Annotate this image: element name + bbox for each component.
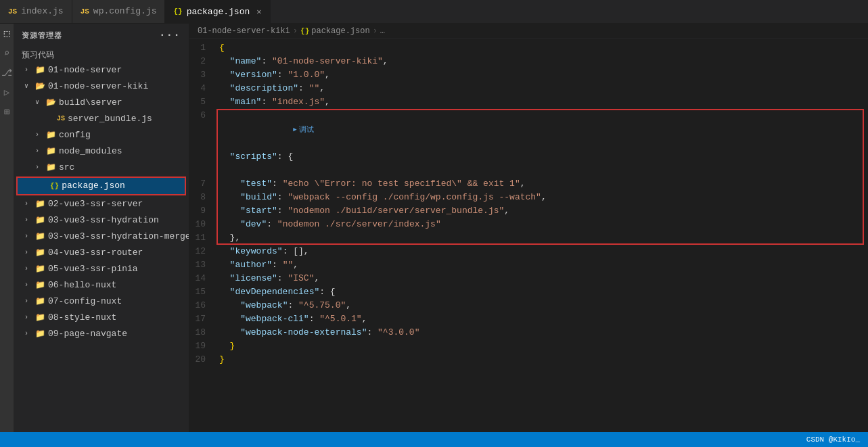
extensions-icon[interactable]: ⊞ [3, 105, 11, 119]
tab-wp-config-js[interactable]: JS wp.config.js [72, 0, 166, 23]
code-line-17: 17 "webpack-cli": "^5.0.1", [189, 312, 868, 326]
sidebar-item-package-json[interactable]: › {} package.json [16, 177, 186, 195]
code-line-6: 6 ▶ 调试 "scripts": { [189, 109, 868, 177]
code-line-3: 3 "version": "1.0.0", [189, 68, 868, 82]
code-editor[interactable]: 1 { 2 "name": "01-node-server-kiki", 3 "… [189, 39, 868, 432]
code-line-2: 2 "name": "01-node-server-kiki", [189, 55, 868, 68]
code-line-18: 18 "webpack-node-externals": "^3.0.0" [189, 326, 868, 339]
activity-bar: ⬚ ⌕ ⎇ ▷ ⊞ [0, 24, 14, 432]
chevron-right-icon: › [24, 262, 35, 277]
sidebar-item-vue3-ssr-hydration-merge[interactable]: › 📁 03-vue3-ssr-hydration-merge [14, 229, 189, 245]
code-line-9: 9 "start": "nodemon ./build/server/serve… [189, 204, 868, 218]
tab-package-json[interactable]: {} package.json ✕ [165, 0, 270, 23]
tab-label: wp.config.js [93, 6, 157, 16]
search-icon[interactable]: ⌕ [3, 46, 11, 60]
code-line-15: 15 "devDependencies": { [189, 285, 868, 299]
js-file-icon: JS [57, 112, 65, 126]
chevron-right-icon: › [24, 197, 35, 212]
attribution: CSDN @KIkIo_ [806, 436, 860, 444]
file-tree: › 📁 01-node-server ∨ 📂 01-node-server-ki… [14, 62, 189, 342]
code-line-11: 11 }, [189, 231, 868, 245]
sidebar-item-server-bundle[interactable]: › JS server_bundle.js [14, 111, 189, 127]
sidebar-item-vue3-ssr-hydration[interactable]: › 📁 03-vue3-ssr-hydration [14, 212, 189, 229]
sidebar-item-src[interactable]: › 📁 src [14, 160, 189, 176]
debug-icon[interactable]: ▷ [3, 85, 11, 99]
tab-index-js[interactable]: JS index.js [0, 0, 72, 23]
folder-icon: 📁 [35, 278, 45, 293]
breadcrumb-folder: 01-node-server-kiki [198, 26, 290, 36]
folder-icon: 📁 [35, 197, 45, 212]
sidebar-item-config-nuxt[interactable]: › 📁 07-config-nuxt [14, 293, 189, 310]
editor-area: 01-node-server-kiki › {} package.json › … [189, 24, 868, 432]
sidebar-item-page-navgate[interactable]: › 📁 09-page-navgate [14, 326, 189, 342]
sidebar-item-vue3-ssr-router[interactable]: › 📁 04-vue3-ssr-router [14, 245, 189, 261]
chevron-right-icon: › [24, 245, 35, 260]
sidebar-item-vue3-ssr-pinia[interactable]: › 📁 05-vue3-ssr-pinia [14, 261, 189, 277]
sidebar: 资源管理器 ··· 预习代码 › 📁 01-node-server ∨ [14, 24, 189, 432]
sidebar-item-node-server[interactable]: › 📁 01-node-server [14, 62, 189, 78]
folder-open-icon: 📂 [46, 95, 56, 110]
chevron-right-icon: › [35, 144, 46, 159]
breadcrumb: 01-node-server-kiki › {} package.json › … [189, 24, 868, 39]
chevron-right-icon: › [24, 310, 35, 325]
sidebar-title: 资源管理器 [22, 30, 63, 41]
folder-open-icon: 📂 [35, 79, 45, 94]
bottom-bar: CSDN @KIkIo_ [0, 432, 868, 447]
breadcrumb-file: package.json [311, 26, 369, 36]
sidebar-header: 资源管理器 ··· [14, 24, 189, 47]
chevron-right-icon: › [35, 160, 46, 175]
sidebar-item-node-modules[interactable]: › 📁 node_modules [14, 143, 189, 160]
play-icon: ▶ [293, 123, 296, 137]
breadcrumb-json-icon: {} [300, 27, 309, 35]
git-icon[interactable]: ⎇ [0, 66, 14, 80]
json-file-icon: {} [50, 179, 59, 193]
folder-icon: 📁 [35, 63, 45, 78]
code-line-13: 13 "author": "", [189, 258, 868, 272]
sidebar-item-config[interactable]: › 📁 config [14, 127, 189, 143]
chevron-right-icon: › [24, 63, 35, 78]
code-line-19: 19 } [189, 339, 868, 353]
sidebar-item-vue3-ssr-server[interactable]: › 📁 02-vue3-ssr-server [14, 196, 189, 212]
chevron-right-icon: › [24, 294, 35, 309]
folder-icon: 📁 [35, 310, 45, 325]
chevron-right-icon: › [24, 327, 35, 342]
code-line-14: 14 "license": "ISC", [189, 272, 868, 285]
folder-icon: 📁 [35, 213, 45, 228]
chevron-down-icon: ∨ [35, 95, 46, 110]
sidebar-item-build-server[interactable]: ∨ 📂 build\server [14, 95, 189, 111]
js-file-icon: JS [8, 7, 17, 16]
code-line-10: 10 "dev": "nodemon ./src/server/index.js… [189, 218, 868, 231]
chevron-down-icon: ∨ [24, 79, 35, 94]
js-file-icon: JS [81, 7, 89, 16]
chevron-right-icon: › [35, 128, 46, 143]
breadcrumb-separator-2: › [373, 26, 378, 36]
folder-icon: 📁 [35, 245, 45, 260]
folder-icon: 📁 [35, 262, 45, 277]
code-line-4: 4 "description": "", [189, 82, 868, 95]
code-line-20: 20 } [189, 353, 868, 367]
explorer-icon[interactable]: ⬚ [3, 26, 11, 41]
breadcrumb-separator: › [293, 26, 298, 36]
sidebar-item-hello-nuxt[interactable]: › 📁 06-hello-nuxt [14, 277, 189, 293]
sidebar-item-style-nuxt[interactable]: › 📁 08-style-nuxt [14, 310, 189, 326]
scripts-highlight-block: 6 ▶ 调试 "scripts": { 7 "test": "echo \"Er… [189, 109, 868, 245]
debug-label: 调试 [299, 123, 314, 137]
code-line-7: 7 "test": "echo \"Error: no test specifi… [189, 177, 868, 191]
code-line-12: 12 "keywords": [], [189, 245, 868, 258]
tab-label: package.json [187, 7, 250, 17]
folder-icon: 📁 [46, 128, 56, 143]
chevron-right-icon: › [24, 213, 35, 228]
code-line-5: 5 "main": "index.js", [189, 95, 868, 109]
code-line-1: 1 { [189, 41, 868, 55]
sidebar-item-node-server-kiki[interactable]: ∨ 📂 01-node-server-kiki [14, 78, 189, 95]
debug-badge[interactable]: ▶ 调试 [293, 123, 313, 137]
folder-icon: 📁 [35, 229, 45, 244]
code-line-8: 8 "build": "webpack --config ./config/wp… [189, 191, 868, 204]
folder-icon: 📁 [46, 160, 56, 175]
tab-bar: JS index.js JS wp.config.js {} package.j… [0, 0, 868, 24]
close-tab-button[interactable]: ✕ [256, 7, 261, 17]
folder-icon: 📁 [46, 144, 56, 159]
code-line-16: 16 "webpack": "^5.75.0", [189, 299, 868, 312]
more-options-icon[interactable]: ··· [159, 29, 181, 41]
json-file-icon: {} [173, 7, 182, 16]
